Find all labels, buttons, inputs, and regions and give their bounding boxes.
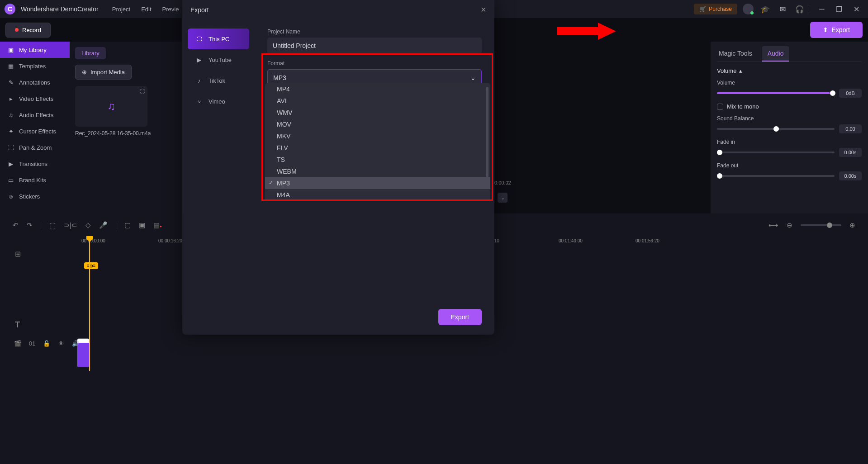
record-button[interactable]: Record (5, 23, 51, 38)
menu-project[interactable]: Project (112, 6, 130, 13)
dialog-title: Export (190, 6, 209, 14)
zoom-in-button[interactable]: ⊕ (849, 221, 855, 229)
format-option-webm[interactable]: WEBM (265, 166, 490, 177)
add-track-button[interactable]: ⊞ (15, 250, 21, 258)
sidebar-item-my-library[interactable]: ▣My Library (0, 42, 70, 58)
graduation-icon[interactable]: 🎓 (759, 3, 772, 15)
tool-button-2[interactable]: ▣ (139, 221, 145, 229)
left-sidebar: ▣My Library ▦Templates ✎Annotations ▸Vid… (0, 42, 70, 213)
format-option-flv[interactable]: FLV (265, 142, 490, 154)
import-media-button[interactable]: ⊕ Import Media (75, 65, 132, 80)
visibility-button[interactable]: 👁 (56, 338, 66, 348)
voiceover-button[interactable]: 🎤 (99, 221, 108, 229)
sidebar-item-stickers[interactable]: ☺Stickers (0, 188, 70, 204)
format-option-mkv[interactable]: MKV (265, 130, 490, 142)
export-tab-vimeo[interactable]: 𝓿Vimeo (188, 91, 249, 112)
export-tab-this-pc[interactable]: 🖵This PC (188, 28, 249, 49)
format-selected-value: MP3 (273, 74, 286, 81)
split-button[interactable]: ⊃|⊂ (64, 221, 77, 229)
sidebar-item-annotations[interactable]: ✎Annotations (0, 74, 70, 90)
media-thumbnail[interactable]: ♫ ⛶ (75, 86, 147, 127)
sidebar-item-brand-kits[interactable]: ▭Brand Kits (0, 172, 70, 188)
volume-value[interactable]: 0dB (839, 89, 862, 98)
redo-button[interactable]: ↷ (27, 221, 33, 229)
crop-button[interactable]: ⬚ (49, 221, 56, 229)
avatar-button[interactable] (742, 3, 754, 15)
mute-button[interactable]: 🔊 (71, 338, 81, 348)
annotations-icon: ✎ (7, 79, 14, 86)
export-tab-tiktok[interactable]: ♪TikTok (188, 70, 249, 91)
zoom-out-button[interactable]: ⊖ (787, 221, 792, 229)
marker-button[interactable]: ◇ (85, 221, 91, 229)
volume-section-header[interactable]: Volume▴ (717, 67, 862, 74)
lock-track-button[interactable]: 🔓 (42, 338, 52, 348)
library-tab[interactable]: Library (75, 47, 106, 59)
sidebar-item-pan-zoom[interactable]: ⛶Pan & Zoom (0, 139, 70, 156)
tool-button-1[interactable]: ▢ (124, 221, 131, 229)
balance-slider[interactable] (717, 128, 835, 130)
dialog-sidebar: 🖵This PC ▶YouTube ♪TikTok 𝓿Vimeo (182, 19, 255, 309)
fade-out-value[interactable]: 0.00s (839, 171, 862, 180)
menu-preview[interactable]: Previe (162, 6, 179, 13)
format-option-mov[interactable]: MOV (265, 118, 490, 130)
purchase-button[interactable]: 🛒 Purchase (694, 4, 737, 14)
undo-button[interactable]: ↶ (13, 221, 19, 229)
format-option-avi[interactable]: AVI (265, 95, 490, 107)
format-option-wmv[interactable]: WMV (265, 107, 490, 118)
fade-in-label: Fade in (717, 139, 862, 145)
export-button-main[interactable]: ⬆ Export (810, 22, 863, 38)
sidebar-item-video-effects[interactable]: ▸Video Effects (0, 90, 70, 107)
fit-button[interactable]: ⟷ (768, 221, 778, 229)
dialog-close-button[interactable]: ✕ (480, 5, 486, 14)
format-option-m4a[interactable]: M4A (265, 189, 490, 201)
pan-zoom-icon: ⛶ (7, 144, 14, 151)
sidebar-label: Audio Effects (19, 112, 53, 118)
props-tabs: Magic Tools Audio (717, 46, 862, 62)
sidebar-item-templates[interactable]: ▦Templates (0, 58, 70, 74)
sidebar-item-transitions[interactable]: ▶Transitions (0, 156, 70, 172)
collapse-icon: ▴ (739, 67, 742, 74)
fade-in-slider[interactable] (717, 152, 835, 153)
sound-balance-label: Sound Balance (717, 115, 862, 122)
maximize-button[interactable]: ❐ (832, 2, 846, 16)
ruler-mark: 00:00:16:20 (158, 238, 182, 243)
sidebar-label: Stickers (19, 193, 40, 200)
close-button[interactable]: ✕ (849, 2, 863, 16)
format-option-mp3[interactable]: MP3 (265, 177, 490, 189)
sidebar-label: Brand Kits (19, 177, 46, 184)
fade-out-slider[interactable] (717, 175, 835, 177)
volume-slider[interactable] (717, 92, 835, 94)
upload-icon: ⬆ (823, 26, 828, 33)
minimize-button[interactable]: ─ (815, 2, 829, 16)
zoom-slider[interactable] (801, 224, 841, 226)
export-tab-youtube[interactable]: ▶YouTube (188, 49, 249, 70)
format-option-mp4[interactable]: MP4 (265, 83, 490, 95)
playhead[interactable] (89, 240, 90, 371)
format-option-ts[interactable]: TS (265, 154, 490, 166)
track-type-icon: 🎬 (13, 338, 23, 348)
headset-icon[interactable]: 🎧 (793, 3, 806, 15)
expand-icon[interactable]: ⛶ (140, 89, 145, 94)
fade-in-value[interactable]: 0.00s (839, 148, 862, 157)
track-controls: 🎬 01 🔓 👁 🔊 (13, 338, 81, 348)
preview-collapse-button[interactable]: ⌄ (498, 193, 508, 203)
menu-edit[interactable]: Edit (141, 6, 151, 13)
tab-magic-tools[interactable]: Magic Tools (717, 46, 754, 62)
vimeo-icon: 𝓿 (195, 97, 203, 105)
mail-icon[interactable]: ✉ (776, 3, 789, 15)
sidebar-label: Templates (19, 63, 46, 70)
dialog-export-button[interactable]: Export (438, 309, 482, 325)
tiktok-icon: ♪ (195, 76, 203, 85)
sidebar-item-audio-effects[interactable]: ♫Audio Effects (0, 107, 70, 123)
sidebar-item-cursor-effects[interactable]: ✦Cursor Effects (0, 123, 70, 139)
export-label: Export (832, 26, 850, 33)
dropdown-scrollbar[interactable] (486, 87, 489, 177)
mix-mono-checkbox[interactable] (717, 104, 723, 110)
audio-fx-icon: ♫ (7, 111, 14, 118)
tool-button-3[interactable]: ▤● (153, 221, 162, 229)
project-name-input[interactable] (267, 38, 482, 54)
plus-icon: ⊕ (82, 69, 87, 76)
balance-value[interactable]: 0.00 (839, 124, 862, 133)
volume-label: Volume (717, 80, 862, 86)
tab-audio[interactable]: Audio (762, 46, 789, 62)
